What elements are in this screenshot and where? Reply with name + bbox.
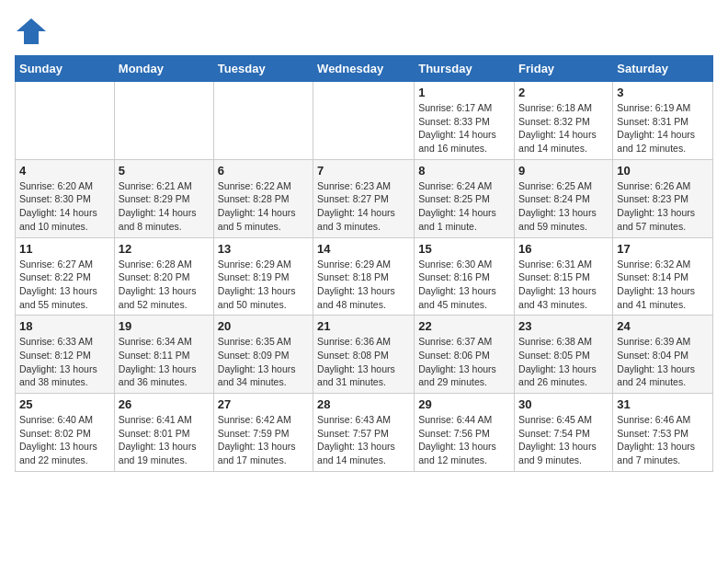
day-info: Sunrise: 6:33 AM Sunset: 8:12 PM Dayligh…: [19, 335, 110, 389]
calendar-cell: 4Sunrise: 6:20 AM Sunset: 8:30 PM Daylig…: [16, 159, 115, 237]
header-day-monday: Monday: [114, 56, 213, 82]
header-day-friday: Friday: [515, 56, 613, 82]
header-day-thursday: Thursday: [415, 56, 515, 82]
calendar-cell: 8Sunrise: 6:24 AM Sunset: 8:25 PM Daylig…: [415, 159, 515, 237]
day-info: Sunrise: 6:29 AM Sunset: 8:18 PM Dayligh…: [317, 258, 410, 312]
calendar-cell: [114, 82, 213, 160]
week-row-3: 11Sunrise: 6:27 AM Sunset: 8:22 PM Dayli…: [16, 237, 713, 316]
calendar-cell: 17Sunrise: 6:32 AM Sunset: 8:14 PM Dayli…: [613, 237, 713, 316]
day-info: Sunrise: 6:39 AM Sunset: 8:04 PM Dayligh…: [617, 335, 709, 389]
calendar-cell: 5Sunrise: 6:21 AM Sunset: 8:29 PM Daylig…: [114, 159, 213, 237]
calendar-cell: 25Sunrise: 6:40 AM Sunset: 8:02 PM Dayli…: [16, 394, 115, 472]
header-day-wednesday: Wednesday: [313, 56, 415, 82]
day-number: 9: [518, 164, 609, 178]
calendar-cell: [313, 82, 415, 160]
calendar-cell: 2Sunrise: 6:18 AM Sunset: 8:32 PM Daylig…: [515, 82, 613, 160]
day-number: 14: [317, 242, 410, 256]
calendar-cell: 21Sunrise: 6:36 AM Sunset: 8:08 PM Dayli…: [313, 316, 415, 394]
week-row-2: 4Sunrise: 6:20 AM Sunset: 8:30 PM Daylig…: [16, 159, 713, 237]
day-number: 1: [418, 86, 510, 99]
day-number: 28: [317, 397, 410, 411]
day-number: 7: [317, 164, 410, 178]
day-number: 29: [418, 397, 510, 411]
day-info: Sunrise: 6:18 AM Sunset: 8:32 PM Dayligh…: [518, 101, 609, 155]
calendar-cell: 20Sunrise: 6:35 AM Sunset: 8:09 PM Dayli…: [213, 316, 313, 394]
day-number: 22: [418, 319, 510, 333]
calendar-header: SundayMondayTuesdayWednesdayThursdayFrid…: [16, 56, 713, 82]
logo-icon: [15, 15, 48, 48]
day-info: Sunrise: 6:38 AM Sunset: 8:05 PM Dayligh…: [518, 335, 609, 389]
day-number: 10: [617, 164, 709, 178]
day-info: Sunrise: 6:32 AM Sunset: 8:14 PM Dayligh…: [617, 258, 709, 312]
day-info: Sunrise: 6:34 AM Sunset: 8:11 PM Dayligh…: [119, 335, 210, 389]
day-info: Sunrise: 6:27 AM Sunset: 8:22 PM Dayligh…: [19, 258, 110, 312]
header-day-saturday: Saturday: [613, 56, 713, 82]
day-number: 31: [617, 397, 709, 411]
day-number: 12: [119, 242, 210, 256]
day-number: 25: [19, 397, 110, 411]
day-number: 24: [617, 319, 709, 333]
day-info: Sunrise: 6:40 AM Sunset: 8:02 PM Dayligh…: [19, 413, 110, 467]
header-day-sunday: Sunday: [16, 56, 115, 82]
calendar-cell: 26Sunrise: 6:41 AM Sunset: 8:01 PM Dayli…: [114, 394, 213, 472]
day-info: Sunrise: 6:37 AM Sunset: 8:06 PM Dayligh…: [418, 335, 510, 389]
day-number: 30: [518, 397, 609, 411]
day-number: 20: [218, 319, 309, 333]
day-number: 5: [119, 164, 210, 178]
calendar-cell: 19Sunrise: 6:34 AM Sunset: 8:11 PM Dayli…: [114, 316, 213, 394]
day-number: 21: [317, 319, 410, 333]
day-info: Sunrise: 6:43 AM Sunset: 7:57 PM Dayligh…: [317, 413, 410, 467]
day-number: 19: [119, 319, 210, 333]
day-info: Sunrise: 6:23 AM Sunset: 8:27 PM Dayligh…: [317, 179, 410, 234]
page-wrapper: SundayMondayTuesdayWednesdayThursdayFrid…: [15, 15, 713, 472]
day-info: Sunrise: 6:45 AM Sunset: 7:54 PM Dayligh…: [518, 413, 609, 467]
day-info: Sunrise: 6:28 AM Sunset: 8:20 PM Dayligh…: [119, 258, 210, 312]
day-info: Sunrise: 6:31 AM Sunset: 8:15 PM Dayligh…: [518, 258, 609, 312]
day-info: Sunrise: 6:44 AM Sunset: 7:56 PM Dayligh…: [418, 413, 510, 467]
day-info: Sunrise: 6:21 AM Sunset: 8:29 PM Dayligh…: [119, 179, 210, 234]
calendar-table: SundayMondayTuesdayWednesdayThursdayFrid…: [15, 55, 713, 472]
day-number: 18: [19, 319, 110, 333]
calendar-cell: 31Sunrise: 6:46 AM Sunset: 7:53 PM Dayli…: [613, 394, 713, 472]
calendar-cell: 6Sunrise: 6:22 AM Sunset: 8:28 PM Daylig…: [213, 159, 313, 237]
day-number: 16: [518, 242, 609, 256]
day-number: 27: [218, 397, 309, 411]
day-info: Sunrise: 6:17 AM Sunset: 8:33 PM Dayligh…: [418, 101, 510, 155]
logo: [15, 15, 50, 48]
day-number: 26: [119, 397, 210, 411]
calendar-cell: 9Sunrise: 6:25 AM Sunset: 8:24 PM Daylig…: [515, 159, 613, 237]
calendar-cell: 28Sunrise: 6:43 AM Sunset: 7:57 PM Dayli…: [313, 394, 415, 472]
day-info: Sunrise: 6:42 AM Sunset: 7:59 PM Dayligh…: [218, 413, 309, 467]
day-info: Sunrise: 6:22 AM Sunset: 8:28 PM Dayligh…: [218, 179, 309, 234]
calendar-cell: 11Sunrise: 6:27 AM Sunset: 8:22 PM Dayli…: [16, 237, 115, 316]
day-info: Sunrise: 6:26 AM Sunset: 8:23 PM Dayligh…: [617, 179, 709, 234]
day-number: 3: [617, 86, 709, 99]
calendar-cell: 30Sunrise: 6:45 AM Sunset: 7:54 PM Dayli…: [515, 394, 613, 472]
header-row: SundayMondayTuesdayWednesdayThursdayFrid…: [16, 56, 713, 82]
day-number: 4: [19, 164, 110, 178]
day-info: Sunrise: 6:29 AM Sunset: 8:19 PM Dayligh…: [218, 258, 309, 312]
day-info: Sunrise: 6:24 AM Sunset: 8:25 PM Dayligh…: [418, 179, 510, 234]
calendar-cell: 24Sunrise: 6:39 AM Sunset: 8:04 PM Dayli…: [613, 316, 713, 394]
week-row-5: 25Sunrise: 6:40 AM Sunset: 8:02 PM Dayli…: [16, 394, 713, 472]
calendar-cell: 12Sunrise: 6:28 AM Sunset: 8:20 PM Dayli…: [114, 237, 213, 316]
calendar-cell: 16Sunrise: 6:31 AM Sunset: 8:15 PM Dayli…: [515, 237, 613, 316]
day-info: Sunrise: 6:35 AM Sunset: 8:09 PM Dayligh…: [218, 335, 309, 389]
day-number: 8: [418, 164, 510, 178]
calendar-cell: 18Sunrise: 6:33 AM Sunset: 8:12 PM Dayli…: [16, 316, 115, 394]
header: [15, 15, 713, 48]
day-number: 6: [218, 164, 309, 178]
calendar-cell: 14Sunrise: 6:29 AM Sunset: 8:18 PM Dayli…: [313, 237, 415, 316]
day-number: 23: [518, 319, 609, 333]
calendar-cell: 15Sunrise: 6:30 AM Sunset: 8:16 PM Dayli…: [415, 237, 515, 316]
week-row-4: 18Sunrise: 6:33 AM Sunset: 8:12 PM Dayli…: [16, 316, 713, 394]
day-number: 11: [19, 242, 110, 256]
calendar-cell: 3Sunrise: 6:19 AM Sunset: 8:31 PM Daylig…: [613, 82, 713, 160]
day-info: Sunrise: 6:41 AM Sunset: 8:01 PM Dayligh…: [119, 413, 210, 467]
calendar-body: 1Sunrise: 6:17 AM Sunset: 8:33 PM Daylig…: [16, 82, 713, 472]
day-info: Sunrise: 6:20 AM Sunset: 8:30 PM Dayligh…: [19, 179, 110, 234]
calendar-cell: [213, 82, 313, 160]
day-info: Sunrise: 6:36 AM Sunset: 8:08 PM Dayligh…: [317, 335, 410, 389]
calendar-cell: 7Sunrise: 6:23 AM Sunset: 8:27 PM Daylig…: [313, 159, 415, 237]
calendar-cell: 23Sunrise: 6:38 AM Sunset: 8:05 PM Dayli…: [515, 316, 613, 394]
